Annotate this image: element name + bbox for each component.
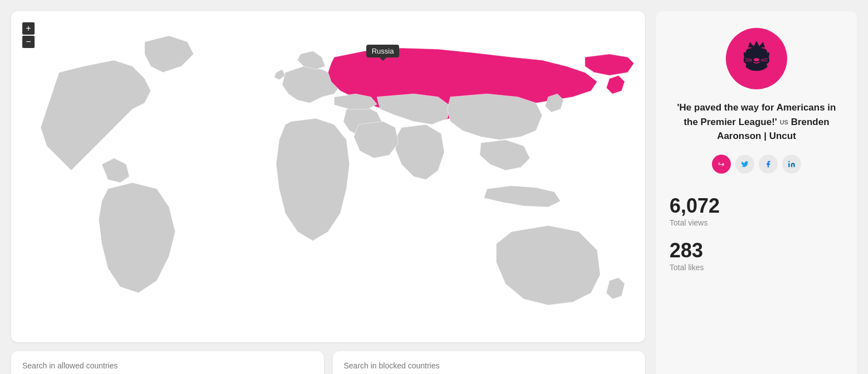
twitter-button[interactable] (735, 155, 754, 174)
total-likes-label: Total likes (670, 263, 843, 272)
linkedin-button[interactable] (782, 155, 801, 174)
search-row (11, 351, 645, 375)
southeast-asia (480, 140, 530, 170)
australia (496, 226, 600, 305)
uk (274, 69, 285, 80)
greenland (144, 36, 193, 73)
new-zealand (607, 277, 625, 299)
indonesia (484, 186, 560, 207)
total-views-number: 6,072 (670, 196, 843, 216)
central-america (102, 158, 129, 183)
svg-point-8 (788, 161, 789, 162)
right-panel: 'He paved the way for Americans in the P… (656, 0, 868, 374)
social-buttons: ↪ (712, 155, 801, 174)
share-button[interactable]: ↪ (712, 155, 731, 174)
map-controls: + − (22, 22, 35, 48)
arabia (354, 122, 399, 159)
south-america (99, 183, 175, 293)
country-tooltip: Russia (366, 45, 400, 57)
twitter-icon (741, 160, 749, 168)
svg-point-3 (754, 58, 759, 61)
india (395, 124, 444, 180)
us-badge: US (780, 119, 788, 126)
facebook-button[interactable] (759, 155, 778, 174)
russia-east (585, 54, 634, 75)
channel-logo (726, 28, 787, 89)
allowed-countries-input[interactable] (22, 361, 313, 370)
blocked-countries-input[interactable] (344, 361, 634, 370)
facebook-icon (764, 160, 772, 168)
north-america (41, 60, 151, 170)
info-card: 'He paved the way for Americans in the P… (656, 11, 857, 374)
premier-league-logo-svg (734, 36, 779, 81)
map-container (22, 22, 634, 331)
world-map-svg (22, 22, 634, 331)
map-card: + − Russia (11, 11, 645, 342)
left-panel: + − Russia (0, 0, 656, 374)
video-title: 'He paved the way for Americans in the P… (670, 100, 843, 143)
total-likes-stat: 283 Total likes (670, 241, 843, 272)
blocked-countries-search-box (333, 351, 646, 375)
china (447, 94, 542, 140)
stats-section: 6,072 Total views 283 Total likes (670, 190, 843, 285)
total-views-label: Total views (670, 218, 843, 227)
central-asia (377, 94, 450, 124)
allowed-countries-search-box (11, 351, 324, 375)
linkedin-icon (788, 160, 796, 168)
zoom-out-button[interactable]: − (22, 36, 35, 48)
africa (276, 118, 350, 241)
total-views-stat: 6,072 Total views (670, 196, 843, 227)
scandinavia (298, 51, 325, 69)
russia-kamchatka (607, 75, 625, 94)
zoom-in-button[interactable]: + (22, 22, 35, 35)
total-likes-number: 283 (670, 241, 843, 261)
